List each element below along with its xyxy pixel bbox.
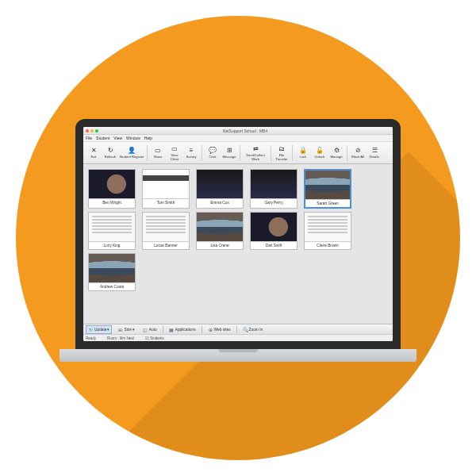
block-all-icon: ⊘ bbox=[354, 146, 363, 155]
auto-icon: ◫ bbox=[143, 327, 148, 332]
view-client-button[interactable]: ▭View Client bbox=[167, 144, 182, 160]
toolbar-label: Chat bbox=[209, 155, 217, 159]
details-button[interactable]: ☰Details bbox=[367, 146, 382, 159]
zoom-in-button[interactable]: 🔍 Zoom In bbox=[240, 325, 266, 334]
magnify-icon: 🔍 bbox=[243, 327, 248, 332]
size-button[interactable]: ⊞ Size ▾ bbox=[115, 325, 136, 334]
minimize-icon[interactable] bbox=[90, 129, 94, 132]
refresh-button[interactable]: ↻Refresh bbox=[102, 146, 118, 159]
show-button[interactable]: ▭Show bbox=[150, 146, 166, 159]
student-name-label: Gary Perry bbox=[251, 198, 297, 206]
menu-student[interactable]: Student bbox=[96, 136, 109, 140]
app-window: NetSupport School : MB4 File Student Vie… bbox=[83, 127, 393, 341]
toolbar-label: View Client bbox=[167, 154, 182, 160]
student-name-label: Claire Brown bbox=[305, 241, 351, 249]
status-ready: Ready bbox=[86, 336, 96, 340]
close-icon[interactable] bbox=[86, 129, 89, 132]
student-register-button[interactable]: 👤Student Register bbox=[119, 146, 144, 159]
student-screen-preview bbox=[143, 213, 189, 241]
student-screen-preview bbox=[89, 170, 135, 198]
student-thumbnail[interactable]: Andrew Costa bbox=[88, 253, 136, 291]
laptop-frame: NetSupport School : MB4 File Student Vie… bbox=[75, 119, 401, 362]
survey-icon: ≡ bbox=[187, 146, 196, 155]
student-name-label: Sarah Green bbox=[305, 199, 350, 207]
student-thumbnail[interactable]: Lucas Banner bbox=[142, 212, 190, 250]
applications-icon: ▦ bbox=[169, 327, 175, 332]
update-button[interactable]: ↻ Update ▾ bbox=[86, 325, 112, 334]
student-thumbnail[interactable]: Sarah Green bbox=[304, 169, 351, 209]
chat-icon: 💬 bbox=[209, 146, 217, 155]
toolbar-label: Block All bbox=[351, 155, 364, 159]
zoom-icon[interactable] bbox=[95, 129, 98, 132]
student-screen-preview bbox=[89, 254, 135, 282]
toolbar-separator bbox=[147, 145, 148, 161]
student-thumbnail[interactable]: Tom Smith bbox=[142, 169, 190, 209]
student-name-label: Lucy King bbox=[89, 241, 135, 249]
separator bbox=[236, 326, 237, 333]
lock-icon: 🔒 bbox=[299, 146, 308, 155]
student-thumbnail[interactable]: Claire Brown bbox=[304, 212, 351, 250]
toolbar-label: Student Register bbox=[119, 155, 144, 159]
toolbar: ✕Exit↻Refresh👤Student Register▭Show▭View… bbox=[83, 142, 393, 164]
file-transfer-icon: 🗂 bbox=[278, 144, 286, 153]
student-name-label: Lucas Banner bbox=[143, 241, 189, 249]
exit-button[interactable]: ✕Exit bbox=[86, 146, 102, 159]
student-screen-preview bbox=[143, 170, 189, 198]
window-controls bbox=[86, 129, 98, 132]
student-thumbnail[interactable]: Dan Swift bbox=[250, 212, 298, 250]
student-thumbnail[interactable]: Gary Perry bbox=[250, 169, 298, 209]
survey-button[interactable]: ≡Survey bbox=[183, 146, 199, 159]
student-thumbnail[interactable]: Lisa Crane bbox=[196, 212, 244, 250]
menu-file[interactable]: File bbox=[86, 136, 92, 140]
unlock-button[interactable]: 🔓Unlock bbox=[312, 146, 328, 159]
applications-button[interactable]: ▦ Applications bbox=[167, 325, 198, 334]
lock-button[interactable]: 🔒Lock bbox=[295, 146, 311, 159]
chevron-down-icon: ▾ bbox=[107, 328, 109, 332]
auto-button[interactable]: ◫ Auto bbox=[140, 325, 159, 334]
update-label: Update bbox=[94, 328, 106, 332]
student-name-label: Tom Smith bbox=[143, 198, 189, 206]
message-button[interactable]: ⊞Message bbox=[221, 146, 237, 159]
toolbar-label: Manage bbox=[330, 155, 342, 159]
student-screen-preview bbox=[89, 213, 135, 241]
manage-button[interactable]: ⚙Manage bbox=[328, 146, 344, 159]
menu-window[interactable]: Window bbox=[126, 136, 140, 140]
file-transfer-button[interactable]: 🗂File Transfer bbox=[274, 144, 290, 160]
size-icon: ⊞ bbox=[117, 327, 123, 332]
toolbar-label: Exit bbox=[91, 155, 97, 159]
toolbar-label: Unlock bbox=[315, 155, 325, 159]
menu-help[interactable]: Help bbox=[144, 136, 152, 140]
size-label: Size bbox=[124, 328, 131, 332]
status-count: 11 Students bbox=[145, 336, 164, 340]
send-collect-work-button[interactable]: ⇄Send/Collect Work bbox=[243, 144, 268, 160]
chat-button[interactable]: 💬Chat bbox=[205, 146, 221, 159]
separator bbox=[202, 326, 202, 333]
refresh-icon: ↻ bbox=[88, 327, 94, 332]
status-room: Room : Mrs Neal bbox=[107, 336, 134, 340]
student-thumbnail[interactable]: Ben Wright bbox=[88, 169, 136, 209]
toolbar-label: Details bbox=[370, 155, 380, 159]
zoom-label: Zoom In bbox=[249, 328, 263, 332]
chevron-down-icon: ▾ bbox=[132, 328, 135, 332]
student-thumbnail[interactable]: Lucy King bbox=[88, 212, 136, 250]
menubar: File Student View Window Help bbox=[83, 135, 393, 142]
student-screen-preview bbox=[251, 170, 297, 198]
applications-label: Applications bbox=[175, 328, 196, 332]
block-all-button[interactable]: ⊘Block All bbox=[350, 146, 366, 159]
student-name-label: Ben Wright bbox=[89, 198, 135, 206]
show-icon: ▭ bbox=[154, 146, 163, 155]
student-name-label: Emma Cox bbox=[197, 198, 243, 206]
toolbar-label: Show bbox=[154, 155, 162, 159]
globe-icon: ⊕ bbox=[208, 327, 213, 332]
student-screen-preview bbox=[251, 213, 297, 241]
student-name-label: Dan Swift bbox=[251, 241, 297, 249]
window-title: NetSupport School : MB4 bbox=[100, 129, 390, 133]
toolbar-separator bbox=[202, 145, 202, 161]
refresh-icon: ↻ bbox=[106, 146, 115, 155]
status-bar: Ready Room : Mrs Neal 11 Students bbox=[83, 334, 393, 341]
menu-view[interactable]: View bbox=[113, 136, 122, 140]
websites-button[interactable]: ⊕ Web sites bbox=[205, 325, 233, 334]
exit-icon: ✕ bbox=[90, 146, 98, 155]
laptop-base bbox=[60, 349, 416, 362]
student-thumbnail[interactable]: Emma Cox bbox=[196, 169, 244, 209]
